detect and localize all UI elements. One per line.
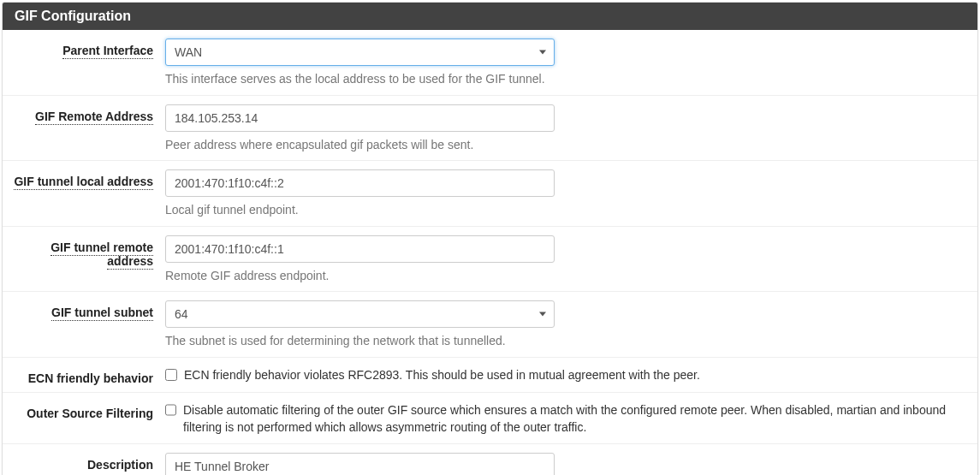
gif-remote-address-input[interactable] xyxy=(165,104,555,132)
row-gif-tunnel-remote: GIF tunnel remote address Remote GIF add… xyxy=(3,227,977,293)
label-gif-tunnel-subnet: GIF tunnel subnet xyxy=(3,300,165,319)
help-parent-interface: This interface serves as the local addre… xyxy=(165,71,960,88)
gif-tunnel-subnet-select[interactable]: 64 xyxy=(165,300,555,328)
gif-configuration-panel: GIF Configuration Parent Interface WAN T… xyxy=(2,2,978,475)
label-description: Description xyxy=(3,453,165,472)
row-ecn: ECN friendly behavior ECN friendly behav… xyxy=(3,358,977,393)
help-gif-tunnel-remote: Remote GIF address endpoint. xyxy=(165,268,960,285)
row-gif-tunnel-subnet: GIF tunnel subnet 64 The subnet is used … xyxy=(3,292,977,358)
help-gif-tunnel-subnet: The subnet is used for determining the n… xyxy=(165,333,960,350)
label-outer-source-filtering: Outer Source Filtering xyxy=(3,401,165,420)
row-gif-tunnel-local: GIF tunnel local address Local gif tunne… xyxy=(3,161,977,227)
row-parent-interface: Parent Interface WAN This interface serv… xyxy=(3,30,977,96)
label-parent-interface: Parent Interface xyxy=(3,39,165,57)
label-gif-remote-address: GIF Remote Address xyxy=(3,104,165,123)
gif-tunnel-remote-input[interactable] xyxy=(165,235,555,263)
panel-title: GIF Configuration xyxy=(3,3,977,30)
outer-source-filtering-checkbox[interactable] xyxy=(165,404,176,416)
ecn-checkbox[interactable] xyxy=(165,369,177,381)
parent-interface-select[interactable]: WAN xyxy=(165,39,555,66)
outer-source-filtering-checkbox-label: Disable automatic filtering of the outer… xyxy=(183,401,960,436)
row-outer-source-filtering: Outer Source Filtering Disable automatic… xyxy=(3,393,977,444)
label-gif-tunnel-remote: GIF tunnel remote address xyxy=(3,235,165,268)
ecn-checkbox-label: ECN friendly behavior violates RFC2893. … xyxy=(184,366,700,383)
description-input[interactable] xyxy=(165,453,555,475)
help-gif-remote-address: Peer address where encapsulated gif pack… xyxy=(165,137,960,154)
row-description: Description A description may be entered… xyxy=(3,444,977,475)
row-gif-remote-address: GIF Remote Address Peer address where en… xyxy=(3,96,977,162)
label-gif-tunnel-local: GIF tunnel local address xyxy=(3,169,165,188)
help-gif-tunnel-local: Local gif tunnel endpoint. xyxy=(165,202,960,219)
gif-tunnel-local-input[interactable] xyxy=(165,169,555,197)
label-ecn: ECN friendly behavior xyxy=(3,366,165,385)
